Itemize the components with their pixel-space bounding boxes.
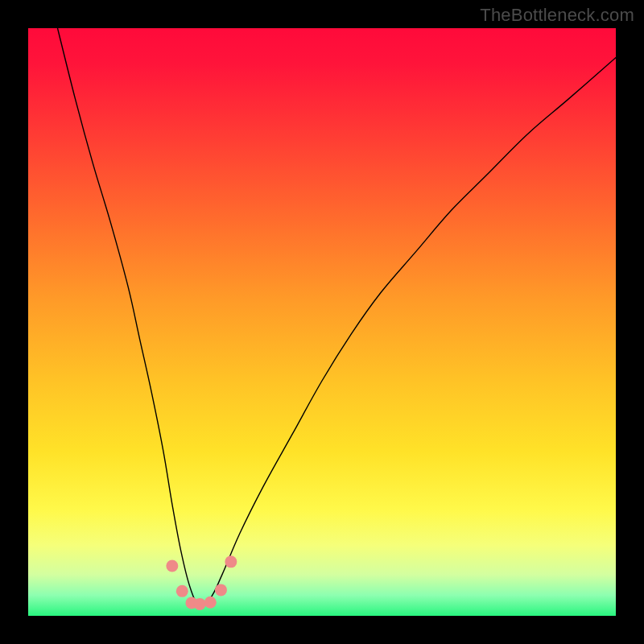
gradient-background [28,28,616,616]
highlight-points [215,584,227,596]
highlight-points [204,597,217,609]
highlight-points [176,585,188,597]
highlight-points [225,555,237,568]
watermark-text: TheBottleneck.com [480,5,634,26]
highlight-points [194,598,206,610]
chart-container: TheBottleneck.com [0,0,644,644]
chart-svg [28,28,616,616]
plot-area [28,28,616,616]
highlight-points [166,559,178,572]
